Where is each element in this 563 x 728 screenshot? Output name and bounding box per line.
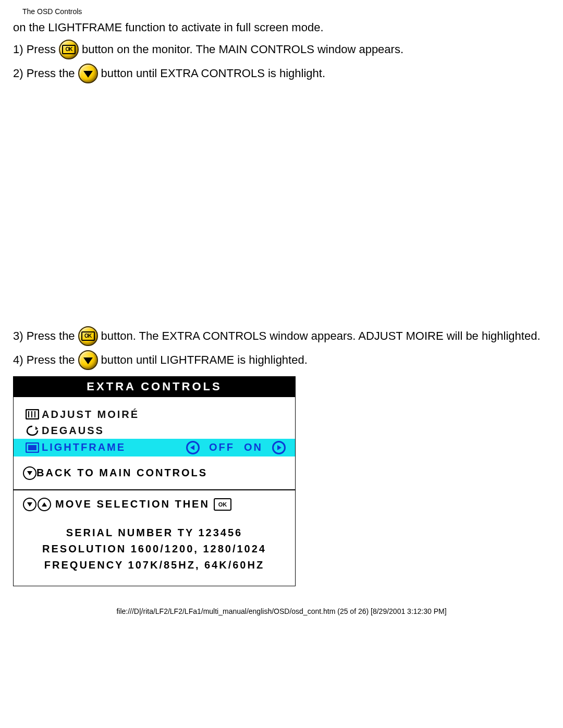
step-1: 1) Press OK button on the monitor. The M…	[13, 40, 550, 59]
osd-item-label: LIGHTFRAME	[42, 441, 126, 453]
down-button-icon	[78, 350, 98, 370]
back-icon	[23, 466, 36, 480]
spacer	[13, 88, 550, 322]
step-3-pre: 3) Press the	[13, 328, 75, 344]
frequency-info: FREQUENCY 107K/85HZ, 64K/60HZ	[19, 557, 290, 573]
off-label: OFF	[209, 441, 235, 453]
osd-item-label: ADJUST MOIRÉ	[42, 409, 139, 421]
step-2-pre: 2) Press the	[13, 66, 75, 81]
right-arrow-icon	[272, 441, 286, 454]
osd-hint: MOVE SELECTION THEN OK	[14, 490, 295, 511]
osd-item-moire[interactable]: ADJUST MOIRÉ	[14, 406, 295, 423]
step-2: 2) Press the button until EXTRA CONTROLS…	[13, 64, 550, 83]
lightframe-icon	[23, 442, 42, 453]
degauss-icon	[23, 425, 42, 436]
ok-button-icon: OK	[78, 326, 98, 346]
osd-item-label: DEGAUSS	[42, 425, 104, 437]
left-arrow-icon	[186, 441, 200, 454]
page-footer: file:///D|/rita/LF2/LF2/LFa1/multi_manua…	[13, 607, 550, 615]
page-header: The OSD Controls	[22, 7, 550, 16]
on-label: ON	[244, 441, 263, 453]
svg-rect-5	[28, 445, 36, 450]
osd-info: SERIAL NUMBER TY 123456 RESOLUTION 1600/…	[14, 511, 295, 573]
osd-item-lightframe[interactable]: LIGHTFRAME OFF ON	[14, 439, 295, 456]
intro-text: on the LIGHTFRAME function to activate i…	[13, 20, 550, 35]
updown-icon	[23, 498, 51, 511]
step-4-pre: 4) Press the	[13, 352, 75, 368]
osd-item-degauss[interactable]: DEGAUSS	[14, 423, 295, 439]
osd-back-label: BACK TO MAIN CONTROLS	[36, 467, 207, 479]
osd-title: EXTRA CONTROLS	[14, 377, 295, 397]
lightframe-toggle[interactable]: OFF ON	[186, 441, 286, 454]
step-3-post: button. The EXTRA CONTROLS window appear…	[101, 328, 541, 344]
step-1-pre: 1) Press	[13, 42, 56, 57]
ok-rect-icon: OK	[214, 498, 231, 511]
osd-hint-text: MOVE SELECTION THEN	[55, 498, 210, 510]
step-4: 4) Press the button until LIGHTFRAME is …	[13, 350, 550, 370]
resolution-info: RESOLUTION 1600/1200, 1280/1024	[19, 541, 290, 557]
step-1-post: button on the monitor. The MAIN CONTROLS…	[82, 42, 403, 57]
serial-number: SERIAL NUMBER TY 123456	[19, 525, 290, 541]
step-2-post: button until EXTRA CONTROLS is highlight…	[101, 66, 325, 81]
step-4-post: button until LIGHTFRAME is highlighted.	[101, 352, 308, 368]
ok-button-icon: OK	[59, 40, 79, 59]
osd-back[interactable]: BACK TO MAIN CONTROLS	[14, 456, 295, 480]
moire-icon	[23, 409, 42, 419]
down-button-icon	[78, 64, 98, 83]
osd-window: EXTRA CONTROLS ADJUST MOIRÉ DEGAUSS LIGH…	[13, 376, 296, 586]
step-3: 3) Press the OK button. The EXTRA CONTRO…	[13, 326, 550, 346]
